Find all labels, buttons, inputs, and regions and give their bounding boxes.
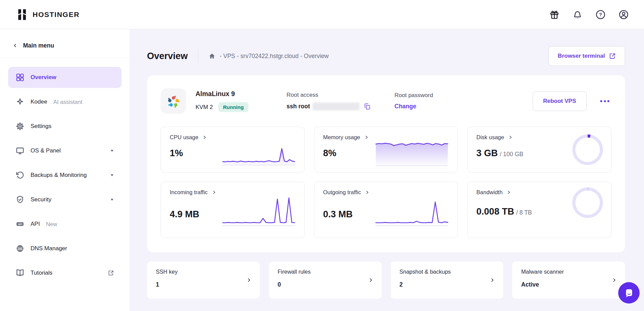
gift-icon[interactable] [549, 9, 560, 20]
quick-card-label: Malware scanner [521, 269, 616, 275]
home-icon[interactable] [208, 53, 216, 60]
svg-text:API: API [18, 223, 22, 225]
api-badge-icon: API [16, 220, 24, 228]
sidebar-item-label: Tutorials [31, 270, 53, 276]
ai-spark-icon [16, 97, 24, 106]
tile-label: CPU usage [170, 134, 198, 141]
root-access-label: Root access [287, 92, 394, 98]
firewall-rules-card[interactable]: Firewall rules 0 [269, 261, 382, 299]
bandwidth-used: 0.008 TB [476, 206, 514, 217]
sidebar-item-tutorials[interactable]: Tutorials [8, 262, 122, 283]
gear-icon [16, 122, 24, 131]
disk-usage-tile: Disk usage 3 GB/ 100 GB [467, 127, 611, 172]
quick-card-label: Firewall rules [278, 269, 373, 275]
chat-bubble-icon [624, 288, 634, 298]
chevron-right-icon [246, 277, 252, 283]
hostinger-logo[interactable]: HOSTINGER [16, 8, 79, 21]
incoming-traffic-tile: Incoming traffic 4.9 MB [161, 182, 305, 238]
sidebar-item-label: Settings [31, 123, 51, 130]
chevron-right-icon [365, 190, 369, 195]
sidebar-item-label: API [31, 221, 40, 227]
chevron-left-icon [13, 43, 18, 48]
chevron-right-icon [202, 135, 207, 140]
sidebar-item-overview[interactable]: Overview [8, 67, 122, 88]
notifications-bell-icon[interactable] [572, 9, 583, 20]
outgoing-traffic-sparkline-chart [375, 194, 449, 226]
main-content: Overview - VPS - srv702422.hstgr.cloud -… [130, 29, 644, 311]
grid-icon [16, 73, 24, 82]
sidebar-item-settings[interactable]: Settings [8, 116, 122, 137]
tile-label: Bandwidth [476, 189, 502, 196]
more-options-icon[interactable] [598, 98, 611, 104]
bandwidth-tile: Bandwidth 0.008 TB/ 8 TB [467, 182, 611, 238]
breadcrumb: - VPS - srv702422.hstgr.cloud - Overview [208, 53, 329, 60]
sidebar-item-backups-monitoring[interactable]: Backups & Monitoring [8, 165, 122, 186]
sidebar: Main menu Overview Kodee [0, 29, 130, 311]
memory-sparkline-chart [375, 137, 449, 166]
quick-card-value: Active [521, 281, 616, 288]
chevron-right-icon [212, 190, 216, 195]
sidebar-item-label: Backups & Monitoring [31, 172, 87, 179]
status-badge: Running [218, 102, 249, 112]
sidebar-item-os-panel[interactable]: OS & Panel [8, 140, 122, 161]
dns-globe-icon: DNS [16, 244, 24, 253]
hostinger-logo-icon [16, 8, 28, 21]
cpu-sparkline-chart [222, 144, 296, 165]
cpu-usage-tile: CPU usage 1% [161, 127, 305, 172]
chevron-down-icon [110, 149, 114, 153]
sidebar-item-label: OS & Panel [31, 147, 61, 154]
svg-text:?: ? [599, 11, 602, 17]
bandwidth-value: 0.008 TB/ 8 TB [476, 205, 539, 218]
shield-check-icon [16, 195, 24, 204]
chevron-right-icon [507, 190, 511, 195]
sidebar-item-security[interactable]: Security [8, 189, 122, 210]
disk-used: 3 GB [476, 148, 498, 158]
sidebar-item-label: DNS Manager [31, 245, 67, 252]
sidebar-item-dns-manager[interactable]: DNS DNS Manager [8, 238, 122, 259]
back-to-main-menu[interactable]: Main menu [0, 37, 130, 54]
page-title: Overview [147, 51, 188, 61]
account-icon[interactable] [618, 9, 629, 20]
breadcrumb-text: - VPS - srv702422.hstgr.cloud - Overview [220, 53, 329, 60]
incoming-traffic-sparkline-chart [222, 194, 296, 226]
sidebar-item-kodee[interactable]: Kodee AI assistant [8, 91, 122, 112]
almalinux-logo [161, 88, 186, 114]
chat-widget-button[interactable] [618, 282, 640, 304]
browser-terminal-label: Browser terminal [558, 53, 605, 59]
ssh-key-card[interactable]: SSH key 1 [147, 261, 260, 299]
chevron-right-icon [508, 135, 513, 140]
tile-label: Disk usage [476, 134, 504, 141]
change-password-link[interactable]: Change [394, 103, 416, 110]
quick-card-label: Snapshot & backups [400, 269, 495, 275]
disk-usage-ring-chart [572, 134, 603, 165]
sidebar-item-label: Security [31, 196, 51, 203]
server-overview-card: AlmaLinux 9 KVM 2 Running Root access ss… [147, 75, 625, 252]
chevron-right-icon [368, 277, 373, 283]
root-password-label: Root password [394, 92, 533, 99]
cpu-usage-link[interactable]: CPU usage [170, 134, 296, 141]
memory-usage-tile: Memory usage 8% [314, 127, 458, 172]
chevron-down-icon [110, 173, 114, 177]
malware-scanner-card[interactable]: Malware scanner Active [512, 261, 625, 299]
copy-icon[interactable] [364, 103, 371, 110]
browser-terminal-button[interactable]: Browser terminal [549, 46, 625, 66]
snapshot-backups-card[interactable]: Snapshot & backups 2 [391, 261, 503, 299]
chevron-down-icon [110, 198, 114, 202]
reboot-vps-label: Reboot VPS [543, 98, 576, 105]
server-plan: KVM 2 [196, 104, 213, 111]
external-link-icon [609, 53, 616, 59]
sidebar-item-api[interactable]: API API New [8, 214, 122, 235]
sidebar-item-label: Overview [31, 74, 56, 81]
chevron-right-icon [490, 277, 495, 283]
server-os-name: AlmaLinux 9 [196, 90, 287, 98]
root-access-value: ssh root [287, 103, 310, 110]
bandwidth-ring-chart [572, 187, 603, 218]
reboot-vps-button[interactable]: Reboot VPS [533, 91, 587, 111]
monitor-icon [16, 146, 24, 155]
brand-name: HOSTINGER [33, 11, 79, 19]
restore-icon [16, 171, 24, 180]
back-label: Main menu [23, 42, 54, 49]
help-icon[interactable]: ? [595, 9, 606, 20]
chevron-right-icon [364, 135, 369, 140]
book-icon [16, 269, 24, 277]
